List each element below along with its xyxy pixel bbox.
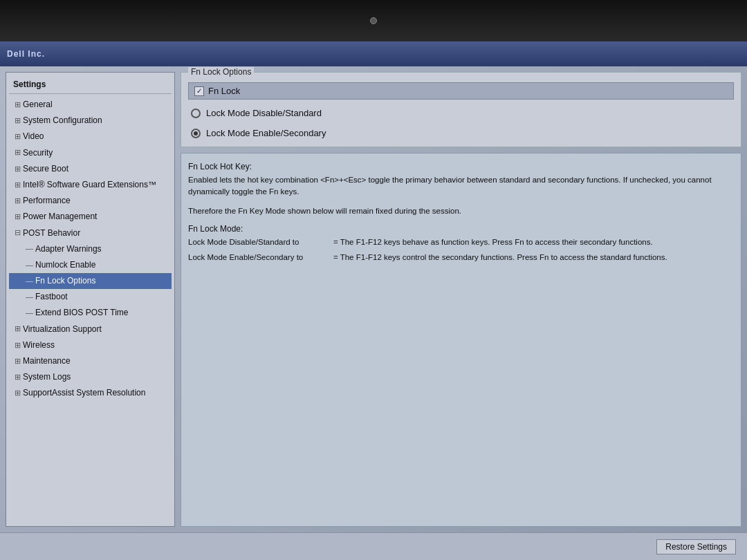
- desc-mode-row-0: Lock Mode Disable/Standard to= The F1-F1…: [188, 236, 734, 248]
- settings-panel: Settings ⊞General⊞System Configuration⊞V…: [6, 72, 175, 527]
- camera-dot: [370, 17, 377, 24]
- sidebar-item-virtualization-support[interactable]: ⊞Virtualization Support: [9, 321, 172, 337]
- sidebar-item-label-system-logs: System Logs: [23, 371, 71, 384]
- sidebar-item-system-config[interactable]: ⊞System Configuration: [9, 113, 172, 129]
- settings-tree: ⊞General⊞System Configuration⊞Video⊞Secu…: [9, 97, 172, 402]
- desc-mode-right-0: = The F1-F12 keys behave as function key…: [333, 236, 734, 248]
- fn-lock-options-inner: ✓ Fn Lock Lock Mode Disable/Standard Loc…: [181, 73, 741, 147]
- sidebar-item-secure-boot[interactable]: ⊞Secure Boot: [9, 161, 172, 177]
- tree-prefix-secure-boot: ⊞: [15, 163, 21, 176]
- sidebar-item-label-power-management: Power Management: [23, 210, 97, 223]
- tree-prefix-virtualization-support: ⊞: [15, 323, 21, 335]
- sidebar-item-extend-bios-post-time[interactable]: —Extend BIOS POST Time: [9, 305, 172, 321]
- sidebar-item-numlock-enable[interactable]: —Numlock Enable: [9, 257, 172, 273]
- desc-modes-container: Lock Mode Disable/Standard to= The F1-F1…: [188, 236, 734, 263]
- radio-row-disable[interactable]: Lock Mode Disable/Standard: [188, 106, 734, 120]
- tree-prefix-power-management: ⊞: [15, 211, 21, 223]
- bezel-top: [0, 0, 747, 41]
- bios-footer: Restore Settings: [0, 532, 747, 560]
- sidebar-item-label-general: General: [23, 98, 53, 111]
- sidebar-item-maintenance[interactable]: ⊞Maintenance: [9, 353, 172, 369]
- sidebar-item-label-secure-boot: Secure Boot: [23, 162, 68, 176]
- sidebar-item-label-video: Video: [23, 130, 44, 143]
- sidebar-item-power-management[interactable]: ⊞Power Management: [9, 209, 172, 225]
- tree-prefix-supportassist: ⊞: [15, 387, 21, 400]
- desc-note: Therefore the Fn Key Mode shown below wi…: [188, 205, 734, 217]
- restore-settings-button[interactable]: Restore Settings: [656, 539, 736, 554]
- sidebar-item-label-numlock-enable: Numlock Enable: [35, 259, 95, 272]
- desc-mode-left-1: Lock Mode Enable/Secondary to: [188, 252, 326, 263]
- sidebar-item-intel-sgx[interactable]: ⊞Intel® Software Guard Extensions™: [9, 177, 172, 193]
- sidebar-item-label-maintenance: Maintenance: [23, 355, 71, 368]
- description-box: Fn Lock Hot Key: Enabled lets the hot ke…: [181, 153, 741, 527]
- tree-prefix-video: ⊞: [15, 131, 21, 143]
- desc-mode-left-0: Lock Mode Disable/Standard to: [188, 236, 326, 248]
- sidebar-item-label-supportassist: SupportAssist System Resolution: [23, 386, 145, 400]
- tree-prefix-security: ⊞: [15, 147, 21, 159]
- fn-lock-options-legend: Fn Lock Options: [188, 67, 254, 77]
- desc-mode-right-1: = The F1-F12 keys control the secondary …: [333, 252, 734, 263]
- tree-prefix-fastboot: —: [26, 291, 33, 304]
- bios-container: Dell Inc. Settings ⊞General⊞System Confi…: [0, 41, 747, 560]
- tree-prefix-maintenance: ⊞: [15, 355, 21, 368]
- tree-prefix-extend-bios-post-time: —: [26, 307, 33, 319]
- sidebar-item-adapter-warnings[interactable]: —Adapter Warnings: [9, 241, 172, 257]
- fn-lock-checkbox-label: Fn Lock: [208, 86, 240, 96]
- sidebar-item-label-security: Security: [23, 147, 53, 160]
- radio-enable-label: Lock Mode Enable/Secondary: [206, 128, 326, 138]
- radio-row-enable[interactable]: Lock Mode Enable/Secondary: [188, 127, 734, 140]
- sidebar-item-general[interactable]: ⊞General: [9, 97, 172, 113]
- desc-body: Enabled lets the hot key combination <Fn…: [188, 174, 734, 198]
- tree-prefix-post-behavior: ⊟: [15, 227, 21, 239]
- sidebar-item-label-wireless: Wireless: [23, 339, 55, 352]
- sidebar-item-fn-lock-options[interactable]: —Fn Lock Options: [9, 273, 172, 289]
- tree-prefix-adapter-warnings: —: [26, 243, 33, 255]
- desc-title: Fn Lock Hot Key:: [188, 162, 734, 171]
- sidebar-item-performance[interactable]: ⊞Performance: [9, 193, 172, 209]
- fn-lock-checkbox-row[interactable]: ✓ Fn Lock: [188, 82, 734, 100]
- sidebar-item-wireless[interactable]: ⊞Wireless: [9, 337, 172, 353]
- sidebar-item-label-post-behavior: POST Behavior: [23, 227, 80, 240]
- tree-prefix-numlock-enable: —: [26, 259, 33, 272]
- sidebar-item-label-performance: Performance: [23, 194, 71, 207]
- sidebar-item-video[interactable]: ⊞Video: [9, 129, 172, 144]
- sidebar-item-label-fastboot: Fastboot: [35, 290, 68, 304]
- tree-prefix-intel-sgx: ⊞: [15, 179, 21, 192]
- desc-mode-title: Fn Lock Mode:: [188, 224, 734, 234]
- tree-prefix-system-config: ⊞: [15, 115, 21, 127]
- desc-mode-row-1: Lock Mode Enable/Secondary to= The F1-F1…: [188, 252, 734, 263]
- fn-lock-checkbox[interactable]: ✓: [194, 86, 204, 96]
- sidebar-item-label-system-config: System Configuration: [23, 114, 102, 127]
- sidebar-item-system-logs[interactable]: ⊞System Logs: [9, 369, 172, 385]
- sidebar-item-label-virtualization-support: Virtualization Support: [23, 323, 102, 336]
- radio-disable-label: Lock Mode Disable/Standard: [206, 108, 322, 118]
- radio-disable-circle[interactable]: [191, 109, 201, 118]
- settings-panel-title: Settings: [9, 78, 172, 94]
- sidebar-item-label-fn-lock-options: Fn Lock Options: [35, 274, 95, 288]
- tree-prefix-performance: ⊞: [15, 195, 21, 207]
- sidebar-item-label-extend-bios-post-time: Extend BIOS POST Time: [35, 306, 129, 319]
- sidebar-item-label-adapter-warnings: Adapter Warnings: [35, 243, 102, 256]
- sidebar-item-post-behavior[interactable]: ⊟POST Behavior: [9, 225, 172, 241]
- tree-prefix-fn-lock-options: —: [26, 275, 33, 288]
- tree-prefix-system-logs: ⊞: [15, 371, 21, 384]
- sidebar-item-security[interactable]: ⊞Security: [9, 145, 172, 161]
- fn-lock-options-group: Fn Lock Options ✓ Fn Lock Lock Mode Disa…: [181, 72, 741, 147]
- sidebar-item-supportassist[interactable]: ⊞SupportAssist System Resolution: [9, 385, 172, 401]
- tree-prefix-general: ⊞: [15, 99, 21, 111]
- tree-prefix-wireless: ⊞: [15, 339, 21, 352]
- sidebar-item-fastboot[interactable]: —Fastboot: [9, 289, 172, 305]
- content-panel: Fn Lock Options ✓ Fn Lock Lock Mode Disa…: [181, 72, 741, 527]
- bios-header-title: Dell Inc.: [7, 49, 45, 59]
- bios-main: Settings ⊞General⊞System Configuration⊞V…: [0, 66, 747, 532]
- radio-enable-circle[interactable]: [191, 129, 201, 138]
- sidebar-item-label-intel-sgx: Intel® Software Guard Extensions™: [23, 178, 156, 192]
- bios-header: Dell Inc.: [0, 41, 747, 66]
